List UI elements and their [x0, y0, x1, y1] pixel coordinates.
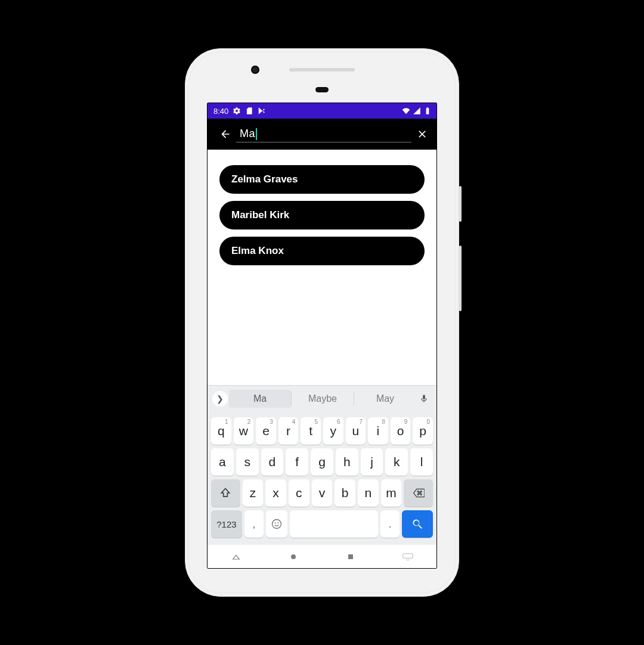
key-hint: 7 [360, 418, 363, 425]
letter-key-g[interactable]: g [311, 448, 333, 476]
letter-key-n[interactable]: n [358, 479, 379, 507]
key-row: zxcvbnm [210, 477, 434, 508]
system-nav-bar [208, 544, 436, 568]
key-hint: 3 [270, 418, 273, 425]
svg-rect-4 [348, 554, 353, 559]
key-hint: 9 [404, 418, 408, 425]
nav-recents-icon[interactable] [339, 550, 363, 564]
letter-key-r[interactable]: r4 [278, 417, 299, 445]
letter-key-e[interactable]: e3 [256, 417, 276, 445]
letter-key-l[interactable]: l [410, 448, 433, 476]
letter-key-h[interactable]: h [336, 448, 358, 476]
key-row: ?123 , . [210, 508, 434, 539]
result-name: Zelma Graves [231, 173, 298, 185]
result-item[interactable]: Elma Knox [219, 237, 425, 265]
svg-rect-5 [403, 553, 413, 558]
result-name: Elma Knox [231, 245, 284, 256]
backspace-key[interactable] [404, 479, 433, 507]
key-hint: 1 [225, 418, 228, 425]
result-name: Maribel Kirk [231, 209, 289, 221]
hide-keyboard-icon[interactable] [396, 550, 420, 564]
letter-key-u[interactable]: u7 [346, 417, 366, 445]
letter-key-q[interactable]: q1 [211, 417, 231, 445]
front-camera [251, 66, 259, 74]
svg-point-3 [291, 554, 296, 559]
on-screen-keyboard: ❯ Ma Maybe May q1w2e3r4t5y6u7i8o9p0 asdf… [208, 385, 436, 544]
letter-key-v[interactable]: v [312, 479, 333, 507]
suggestion-text: Maybe [308, 393, 337, 404]
key-hint: 6 [337, 418, 340, 425]
play-store-icon [258, 107, 266, 115]
status-left: 8:40 [213, 107, 266, 116]
letter-key-b[interactable]: b [335, 479, 355, 507]
nav-back-icon[interactable] [224, 550, 248, 564]
letter-key-m[interactable]: m [381, 479, 402, 507]
device-screen: 8:40 Ma Ze [207, 103, 437, 569]
shift-key[interactable] [211, 479, 240, 507]
text-cursor [256, 128, 257, 140]
phone-speaker [289, 68, 355, 72]
status-time: 8:40 [213, 107, 228, 116]
svg-point-1 [274, 522, 275, 523]
key-label: , [252, 518, 255, 531]
battery-icon [423, 107, 432, 115]
search-input-text: Ma [240, 128, 255, 140]
letter-key-j[interactable]: j [361, 448, 383, 476]
search-input[interactable]: Ma [236, 126, 411, 142]
suggestion-row: ❯ Ma Maybe May [208, 386, 436, 412]
gear-icon [233, 107, 241, 115]
suggestion-item[interactable]: Ma [229, 390, 291, 408]
svg-point-2 [277, 522, 278, 523]
key-hint: 0 [426, 418, 430, 425]
key-label: ?123 [216, 519, 236, 529]
signal-icon [413, 107, 421, 115]
sd-card-icon [245, 107, 253, 115]
key-hint: 5 [314, 418, 318, 425]
wifi-icon [402, 107, 410, 115]
status-right [402, 107, 432, 115]
period-key[interactable]: . [380, 510, 400, 538]
suggestion-item[interactable]: May [354, 390, 416, 408]
letter-key-w[interactable]: w2 [234, 417, 254, 445]
status-bar: 8:40 [208, 103, 436, 119]
search-app-bar: Ma [208, 119, 436, 150]
letter-key-z[interactable]: z [243, 479, 264, 507]
result-item[interactable]: Zelma Graves [219, 165, 425, 194]
letter-key-p[interactable]: p0 [413, 417, 433, 445]
suggestion-item[interactable]: Maybe [292, 390, 354, 408]
side-button-power [459, 186, 462, 222]
back-button[interactable] [215, 123, 236, 145]
clear-button[interactable] [411, 123, 433, 145]
letter-key-a[interactable]: a [211, 448, 234, 476]
suggestion-text: May [376, 393, 394, 404]
key-hint: 8 [382, 418, 385, 425]
letter-key-c[interactable]: c [289, 479, 309, 507]
keyboard-keys: q1w2e3r4t5y6u7i8o9p0 asdfghjkl zxcvbnm ?… [208, 412, 436, 544]
letter-key-k[interactable]: k [385, 448, 408, 476]
letter-key-s[interactable]: s [236, 448, 259, 476]
letter-key-i[interactable]: i8 [368, 417, 388, 445]
letter-key-d[interactable]: d [261, 448, 284, 476]
nav-home-icon[interactable] [281, 550, 305, 564]
results-list[interactable]: Zelma Graves Maribel Kirk Elma Knox [208, 150, 436, 385]
emoji-key[interactable] [266, 510, 287, 538]
key-row: q1w2e3r4t5y6u7i8o9p0 [210, 415, 434, 446]
phone-frame: 8:40 Ma Ze [185, 48, 459, 597]
letter-key-y[interactable]: y6 [323, 417, 343, 445]
comma-key[interactable]: , [244, 510, 264, 538]
side-button-volume [459, 246, 462, 311]
symbols-key[interactable]: ?123 [211, 510, 242, 538]
key-row: asdfghjkl [210, 446, 434, 477]
key-hint: 2 [247, 418, 251, 425]
spacebar-key[interactable] [290, 510, 378, 538]
letter-key-t[interactable]: t5 [301, 417, 321, 445]
result-item[interactable]: Maribel Kirk [219, 201, 425, 230]
letter-key-f[interactable]: f [286, 448, 308, 476]
phone-notch [315, 87, 329, 92]
search-key[interactable] [402, 510, 433, 538]
letter-key-x[interactable]: x [265, 479, 286, 507]
expand-icon[interactable]: ❯ [212, 391, 228, 407]
letter-key-o[interactable]: o9 [391, 417, 411, 445]
suggestion-text: Ma [253, 393, 267, 404]
mic-icon[interactable] [416, 394, 432, 404]
